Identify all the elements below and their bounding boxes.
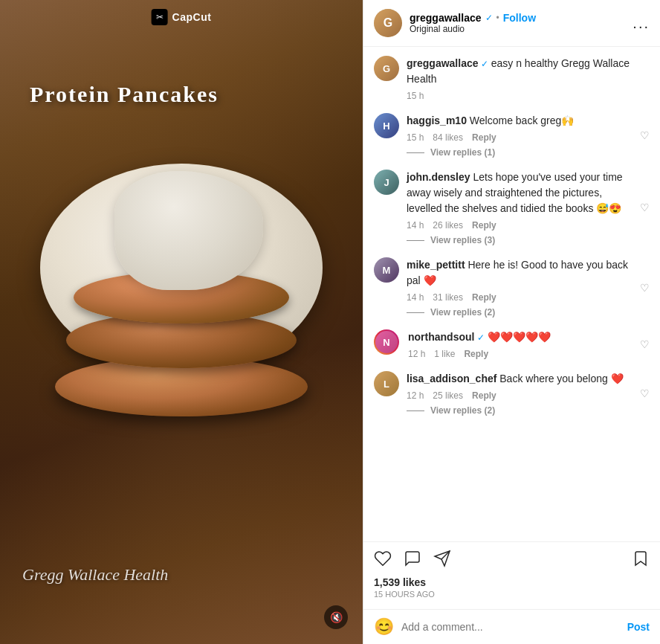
view-replies-text: View replies (2) <box>430 405 495 416</box>
reply-button[interactable]: Reply <box>472 292 496 303</box>
comment-likes: 84 likes <box>433 132 463 143</box>
view-replies-text: View replies (2) <box>430 307 495 318</box>
audio-label: Original audio <box>410 24 625 34</box>
comment-text: haggis_m10 Welcome back greg🙌 <box>407 113 632 129</box>
comment-likes: 25 likes <box>433 390 463 401</box>
more-options-button[interactable]: ... <box>632 15 650 32</box>
right-panel: G greggawallace ✓ • Follow Original audi… <box>363 0 660 644</box>
view-replies[interactable]: View replies (2) <box>407 405 632 416</box>
reply-button[interactable]: Reply <box>472 390 496 401</box>
share-button[interactable] <box>433 550 451 572</box>
caption-avatar[interactable]: G <box>374 56 399 81</box>
post-caption: G greggawallace ✓ easy n healthy Gregg W… <box>374 56 650 101</box>
list-item: M mike_pettitt Here he is! Good to have … <box>374 257 650 318</box>
comment-username[interactable]: haggis_m10 <box>407 115 467 126</box>
view-replies[interactable]: View replies (3) <box>407 235 632 245</box>
comment-input[interactable] <box>401 621 620 633</box>
view-replies[interactable]: View replies (1) <box>407 147 632 158</box>
comment-text: john.densley Lets hope you've used your … <box>407 170 632 216</box>
like-button[interactable] <box>374 550 392 572</box>
capcut-text: CapCut <box>172 11 212 23</box>
view-replies-text: View replies (3) <box>430 235 495 245</box>
list-item: H haggis_m10 Welcome back greg🙌 15 h 84 … <box>374 113 650 158</box>
actions-bar: 1,539 likes 15 hours ago <box>363 541 660 609</box>
comment-time: 14 h <box>407 292 424 303</box>
comment-likes: 31 likes <box>433 292 463 303</box>
comments-section: G greggawallace ✓ easy n healthy Gregg W… <box>363 47 660 541</box>
like-comment-button[interactable]: ♡ <box>640 329 650 359</box>
comment-username[interactable]: lisa_addison_chef <box>407 373 496 384</box>
comment-text: mike_pettitt Here he is! Good to have yo… <box>407 257 632 289</box>
like-comment-button[interactable]: ♡ <box>640 170 650 245</box>
capcut-icon <box>152 9 168 25</box>
comment-likes: 26 likes <box>433 220 463 231</box>
like-comment-button[interactable]: ♡ <box>640 257 650 318</box>
post-header: G greggawallace ✓ • Follow Original audi… <box>363 0 660 47</box>
video-watermark: Gregg Wallace Health <box>22 565 168 585</box>
list-item: N northandsoul ✓ ❤️❤️❤️❤️❤️ 12 h 1 like … <box>374 329 650 359</box>
reply-button[interactable]: Reply <box>464 349 488 359</box>
comment-time: 12 h <box>407 390 424 401</box>
video-panel: CapCut Protein Pancakes Gregg Wallace He… <box>0 0 363 644</box>
caption-username[interactable]: greggawallace <box>407 57 479 69</box>
bookmark-button[interactable] <box>632 550 650 572</box>
emoji-button[interactable]: 😊 <box>374 617 394 637</box>
like-comment-button[interactable]: ♡ <box>640 113 650 158</box>
like-comment-button[interactable]: ♡ <box>640 371 650 416</box>
video-title: Protein Pancakes <box>30 82 219 107</box>
comment-text: northandsoul ✓ ❤️❤️❤️❤️❤️ <box>408 329 632 345</box>
poster-username[interactable]: greggawallace <box>410 12 482 24</box>
verified-badge-header: ✓ <box>485 13 493 23</box>
list-item: L lisa_addison_chef Back where you belon… <box>374 371 650 416</box>
post-comment-button[interactable]: Post <box>627 621 650 633</box>
comment-avatar[interactable]: L <box>374 371 399 396</box>
mute-button[interactable]: 🔇 <box>324 605 348 629</box>
view-replies-text: View replies (1) <box>430 147 495 158</box>
comment-time: 15 h <box>407 132 424 143</box>
likes-count: 1,539 likes <box>374 576 650 588</box>
poster-avatar[interactable]: G <box>374 9 402 37</box>
comment-avatar[interactable]: H <box>374 113 399 138</box>
header-info: greggawallace ✓ • Follow Original audio <box>410 12 625 34</box>
comment-username[interactable]: john.densley <box>407 171 470 183</box>
caption-verified: ✓ <box>481 59 491 69</box>
comment-username[interactable]: northandsoul <box>408 331 474 343</box>
capcut-logo: CapCut <box>152 9 212 25</box>
comment-username[interactable]: mike_pettitt <box>407 259 465 271</box>
add-comment-bar: 😊 Post <box>363 609 660 644</box>
comment-button[interactable] <box>404 550 421 572</box>
comment-text: lisa_addison_chef Back where you belong … <box>407 371 632 387</box>
comment-avatar[interactable]: J <box>374 170 399 195</box>
list-item: J john.densley Lets hope you've used you… <box>374 170 650 245</box>
comment-time: 14 h <box>407 220 424 231</box>
reply-button[interactable]: Reply <box>472 132 496 143</box>
comment-avatar[interactable]: N <box>374 329 399 355</box>
comment-time: 12 h <box>408 349 425 359</box>
comment-avatar[interactable]: M <box>374 257 399 283</box>
caption-time: 15 h <box>407 91 424 101</box>
reply-button[interactable]: Reply <box>472 220 496 231</box>
follow-button[interactable]: Follow <box>503 12 536 24</box>
comment-likes: 1 like <box>434 349 455 359</box>
time-ago: 15 hours ago <box>374 590 650 599</box>
view-replies[interactable]: View replies (2) <box>407 307 632 318</box>
